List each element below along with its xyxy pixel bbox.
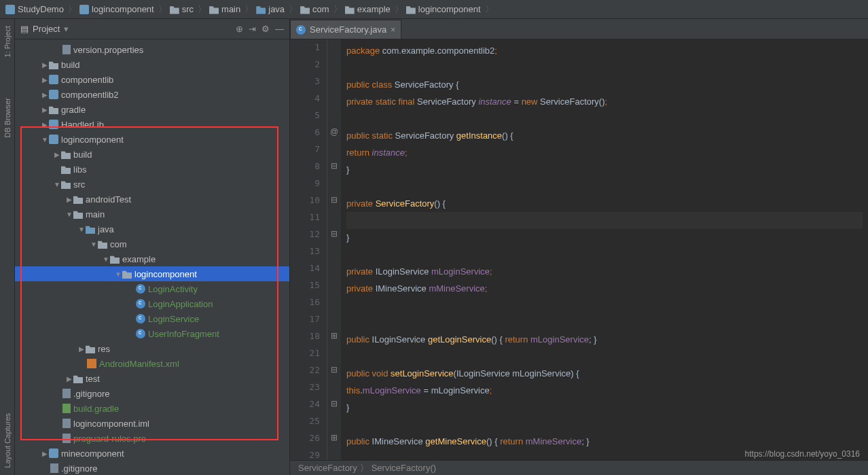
folder-icon [170, 5, 179, 14]
bottom-breadcrumbs: ServiceFactory〉 ServiceFactory() [290, 460, 868, 475]
class-icon [136, 329, 145, 338]
folder-icon [49, 105, 58, 114]
tree-item[interactable]: build.gradle [15, 401, 289, 416]
tree-item[interactable]: ▼java [15, 222, 289, 236]
tree-item[interactable]: ▼logincomponent [15, 132, 289, 147]
watermark: https://blog.csdn.net/yoyo_0316 [745, 449, 860, 459]
tree-item[interactable]: ▶build [15, 147, 289, 162]
module-icon [49, 120, 58, 129]
gutter-tab-project[interactable]: 1: Project [3, 26, 12, 57]
tree-item[interactable]: ▶gradle [15, 102, 289, 117]
editor-tab[interactable]: ServiceFactory.java × [290, 20, 401, 39]
module-icon [5, 5, 15, 14]
tree-item[interactable]: ▶HandlerLib [15, 117, 289, 132]
tab-label: ServiceFactory.java [310, 24, 386, 35]
tree-item[interactable]: LoginActivity [15, 281, 289, 296]
breadcrumb-item[interactable]: logincomponent [79, 4, 154, 14]
breadcrumb-item[interactable]: logincomponent [406, 4, 481, 14]
gutter-tab-db[interactable]: DB Browser [3, 98, 12, 138]
tree-item[interactable]: ▼example [15, 251, 289, 266]
breadcrumb-item[interactable]: example [345, 4, 391, 14]
project-tree[interactable]: version.properties ▶build ▶componentlib … [15, 39, 289, 475]
folder-icon [345, 5, 355, 14]
tree-item[interactable]: LoginService [15, 311, 289, 326]
module-icon [49, 90, 58, 99]
tree-item[interactable]: ▶test [15, 371, 289, 386]
tree-item[interactable]: ▶res [15, 341, 289, 356]
gear-icon[interactable]: ⚙ [261, 24, 270, 34]
file-icon [62, 45, 71, 54]
tab-bar: ServiceFactory.java × [290, 19, 868, 39]
class-icon [136, 299, 145, 309]
tree-item[interactable]: UserInfoFragment [15, 326, 289, 341]
class-icon [296, 25, 306, 35]
folder-icon [406, 5, 416, 14]
breadcrumb-item[interactable]: com [300, 4, 329, 14]
tree-item-selected[interactable]: ▼logincomponent [15, 266, 289, 281]
file-icon [62, 389, 71, 398]
tree-item[interactable]: .gitignore [15, 461, 289, 475]
marker-gutter: @⊟ ⊟⊟ ⊞⊟ ⊟⊞ [327, 39, 341, 460]
tree-item[interactable]: ▶minecomponent [15, 446, 289, 461]
module-icon [49, 135, 58, 144]
tree-item[interactable]: LoginApplication [15, 296, 289, 311]
folder-icon [86, 224, 95, 234]
gutter-tab-layout[interactable]: Layout Captures [3, 413, 12, 468]
crumb[interactable]: ServiceFactory() [372, 463, 436, 473]
tree-item[interactable]: ▼com [15, 236, 289, 251]
module-icon [49, 75, 58, 84]
tree-item[interactable]: libs [15, 162, 289, 177]
tree-item[interactable]: ▼src [15, 177, 289, 192]
close-icon[interactable]: × [391, 25, 395, 35]
breadcrumb-item[interactable]: src [170, 4, 194, 14]
gradle-icon [62, 404, 71, 413]
tree-item[interactable]: ▶build [15, 57, 289, 72]
tree-item[interactable]: ▶androidTest [15, 192, 289, 207]
code-editor[interactable]: package com.example.componentlib2; publi… [341, 39, 868, 460]
hide-icon[interactable]: — [275, 24, 284, 34]
module-icon [49, 448, 58, 458]
tree-item[interactable]: ▼main [15, 207, 289, 222]
collapse-icon[interactable]: ⇥ [249, 24, 256, 34]
panel-header: ▤Project▾ ⊕ ⇥ ⚙ — [15, 19, 289, 39]
tree-item[interactable]: proguard-rules.pro [15, 431, 289, 446]
tree-item[interactable]: .gitignore [15, 386, 289, 401]
tree-item[interactable]: logincomponent.iml [15, 416, 289, 431]
folder-icon [49, 60, 58, 69]
xml-icon [87, 359, 96, 368]
folder-icon [110, 254, 120, 264]
folder-icon [256, 5, 266, 14]
folder-icon [122, 269, 132, 279]
folder-icon [61, 179, 71, 189]
breadcrumb-item[interactable]: StudyDemo [5, 4, 64, 14]
folder-icon [300, 5, 310, 14]
breadcrumb-bar: StudyDemo〉 logincomponent〉 src〉 main〉 ja… [0, 0, 868, 19]
class-icon [136, 314, 145, 323]
breadcrumb-item[interactable]: main [209, 4, 240, 14]
folder-icon [86, 344, 95, 353]
project-panel: ▤Project▾ ⊕ ⇥ ⚙ — version.properties ▶bu… [15, 19, 290, 475]
tree-item[interactable]: version.properties [15, 42, 289, 57]
folder-icon [98, 239, 107, 249]
breadcrumb-item[interactable]: java [256, 4, 285, 14]
tree-item[interactable]: ▶componentlib [15, 72, 289, 87]
folder-icon [209, 5, 219, 14]
file-icon [62, 434, 71, 443]
folder-icon [61, 149, 71, 159]
file-icon [62, 419, 71, 428]
crumb[interactable]: ServiceFactory [298, 463, 357, 473]
left-tool-gutter: 1: Project DB Browser Layout Captures [0, 19, 15, 475]
tree-item[interactable]: AndroidManifest.xml [15, 356, 289, 371]
folder-icon [73, 209, 83, 219]
locate-icon[interactable]: ⊕ [236, 24, 243, 34]
folder-icon [61, 164, 71, 174]
editor-panel: ServiceFactory.java × 123456789101112131… [290, 19, 868, 475]
module-icon [79, 5, 89, 14]
folder-icon [73, 374, 83, 383]
tree-item[interactable]: ▶componentlib2 [15, 87, 289, 102]
panel-title[interactable]: ▤Project▾ [20, 24, 236, 34]
folder-icon [73, 194, 83, 204]
class-icon [136, 284, 145, 294]
file-icon [50, 463, 58, 473]
line-number-gutter: 1234567891011121314151617182122232425262… [290, 39, 327, 460]
